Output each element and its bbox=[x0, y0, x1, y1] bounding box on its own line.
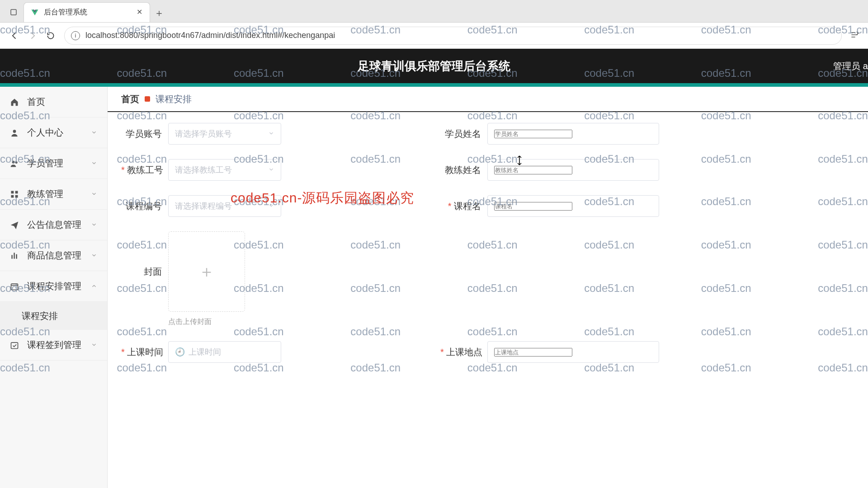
accent-bar bbox=[0, 83, 868, 87]
nav-back-button[interactable] bbox=[5, 27, 24, 45]
reader-mode-icon[interactable] bbox=[846, 30, 863, 41]
main-content: 首页 课程安排 学员账号 请选择学员账号 学员姓名 bbox=[108, 87, 868, 488]
sidebar-item-label: 课程安排管理 bbox=[27, 280, 91, 292]
browser-tab-strip: 后台管理系统 ✕ ＋ bbox=[0, 0, 868, 23]
browser-tab-active[interactable]: 后台管理系统 ✕ bbox=[24, 2, 150, 22]
chevron-down-icon bbox=[91, 220, 97, 230]
sidebar-item-profile[interactable]: 个人中心 bbox=[0, 117, 107, 148]
send-icon bbox=[10, 221, 22, 230]
bars-icon bbox=[10, 251, 22, 260]
svg-rect-8 bbox=[11, 255, 13, 258]
chevron-down-icon bbox=[268, 202, 274, 211]
input-student-name[interactable] bbox=[487, 123, 659, 145]
breadcrumb-home[interactable]: 首页 bbox=[121, 93, 139, 105]
label-class-time: 上课时间 bbox=[121, 346, 162, 358]
calendar-icon bbox=[10, 282, 22, 291]
home-icon bbox=[10, 98, 22, 107]
vue-favicon-icon bbox=[30, 8, 39, 17]
label-coach-id: 教练工号 bbox=[121, 164, 162, 176]
course-schedule-form: 学员账号 请选择学员账号 学员姓名 教练工号 请 bbox=[108, 123, 868, 363]
upload-tip: 点击上传封面 bbox=[168, 317, 245, 327]
chevron-down-icon bbox=[91, 340, 97, 350]
input-class-place[interactable] bbox=[487, 341, 659, 363]
select-student-account[interactable]: 请选择学员账号 bbox=[168, 123, 281, 145]
svg-rect-12 bbox=[11, 343, 18, 348]
chevron-up-icon bbox=[91, 281, 97, 291]
browser-tab-title: 后台管理系统 bbox=[44, 8, 135, 17]
label-student-account: 学员账号 bbox=[121, 128, 162, 140]
upload-cover[interactable]: ＋ bbox=[168, 231, 245, 312]
select-course-no[interactable]: 请选择课程编号 bbox=[168, 195, 281, 217]
svg-point-1 bbox=[13, 130, 16, 133]
svg-point-2 bbox=[12, 160, 15, 163]
chevron-down-icon bbox=[91, 158, 97, 169]
sidebar-item-checkin-mgmt[interactable]: 课程签到管理 bbox=[0, 330, 107, 361]
nav-forward-button bbox=[24, 27, 42, 45]
svg-rect-5 bbox=[15, 191, 18, 193]
app-header: 足球青训俱乐部管理后台系统 管理员 a bbox=[0, 49, 868, 83]
chevron-down-icon bbox=[268, 165, 274, 175]
chevron-down-icon bbox=[91, 189, 97, 199]
sidebar-item-label: 首页 bbox=[27, 96, 97, 108]
clock-icon: 🕘 bbox=[175, 347, 185, 357]
chevron-down-icon bbox=[91, 250, 97, 261]
sidebar-item-products[interactable]: 商品信息管理 bbox=[0, 240, 107, 271]
sidebar-subitem-schedule[interactable]: 课程安排 bbox=[0, 302, 107, 330]
users-icon bbox=[10, 159, 22, 168]
url-text: localhost:8080/springbootr4n67/admin/dis… bbox=[85, 31, 335, 40]
sidebar-item-home[interactable]: 首页 bbox=[0, 87, 107, 117]
sidebar: 首页 个人中心 学员管理 教练管理 公告信息管理 商品信息管理 bbox=[0, 87, 108, 488]
breadcrumb: 首页 课程安排 bbox=[108, 87, 868, 112]
sidebar-item-label: 公告信息管理 bbox=[27, 219, 91, 231]
breadcrumb-separator-icon bbox=[145, 96, 150, 102]
sidebar-item-label: 教练管理 bbox=[27, 188, 91, 200]
sidebar-item-coaches[interactable]: 教练管理 bbox=[0, 179, 107, 210]
current-user-label: 管理员 a bbox=[833, 60, 868, 72]
svg-point-3 bbox=[15, 161, 18, 164]
url-field[interactable]: i localhost:8080/springbootr4n67/admin/d… bbox=[64, 27, 842, 45]
nav-refresh-button[interactable] bbox=[42, 27, 60, 45]
svg-rect-9 bbox=[14, 253, 15, 258]
check-icon bbox=[10, 341, 22, 350]
new-tab-button[interactable]: ＋ bbox=[150, 4, 168, 22]
select-coach-id[interactable]: 请选择教练工号 bbox=[168, 159, 281, 181]
window-control-icon[interactable] bbox=[4, 2, 24, 22]
svg-rect-7 bbox=[15, 195, 18, 197]
svg-rect-11 bbox=[11, 284, 18, 290]
input-class-time[interactable]: 🕘 bbox=[168, 341, 281, 363]
label-course-no: 课程编号 bbox=[121, 200, 162, 212]
svg-rect-6 bbox=[11, 195, 14, 197]
plus-icon: ＋ bbox=[198, 261, 215, 283]
sidebar-item-label: 课程安排 bbox=[22, 310, 97, 322]
sidebar-item-label: 学员管理 bbox=[27, 157, 91, 169]
breadcrumb-current: 课程安排 bbox=[156, 93, 192, 105]
chevron-down-icon bbox=[91, 127, 97, 138]
browser-address-bar: i localhost:8080/springbootr4n67/admin/d… bbox=[0, 23, 868, 49]
svg-rect-0 bbox=[11, 9, 16, 15]
label-coach-name: 教练姓名 bbox=[440, 164, 481, 176]
svg-rect-10 bbox=[16, 254, 17, 258]
label-class-place: 上课地点 bbox=[440, 346, 481, 358]
label-course-name: 课程名 bbox=[440, 200, 481, 212]
user-icon bbox=[10, 128, 22, 137]
sidebar-item-label: 个人中心 bbox=[27, 127, 91, 139]
sidebar-item-label: 课程签到管理 bbox=[27, 339, 91, 351]
label-student-name: 学员姓名 bbox=[440, 128, 481, 140]
sidebar-item-students[interactable]: 学员管理 bbox=[0, 148, 107, 179]
chevron-down-icon bbox=[268, 129, 274, 139]
grid-icon bbox=[10, 190, 22, 199]
site-info-icon[interactable]: i bbox=[71, 31, 80, 40]
sidebar-item-announcements[interactable]: 公告信息管理 bbox=[0, 210, 107, 240]
sidebar-item-schedule-mgmt[interactable]: 课程安排管理 bbox=[0, 271, 107, 302]
input-coach-name[interactable] bbox=[487, 159, 659, 181]
sidebar-item-label: 商品信息管理 bbox=[27, 249, 91, 262]
label-cover: 封面 bbox=[121, 266, 162, 278]
svg-rect-4 bbox=[11, 191, 14, 193]
tab-close-icon[interactable]: ✕ bbox=[135, 9, 143, 17]
input-course-name[interactable] bbox=[487, 195, 659, 217]
app-title: 足球青训俱乐部管理后台系统 bbox=[358, 58, 510, 74]
